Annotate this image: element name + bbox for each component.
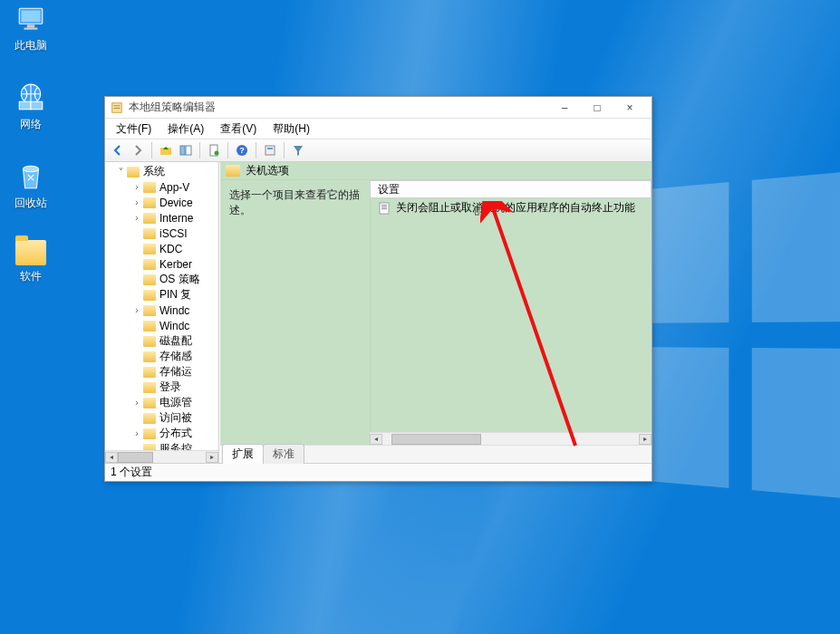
desktop-icon-network[interactable]: 网络 xyxy=(4,82,58,132)
svg-rect-18 xyxy=(266,146,275,155)
desktop-icon-label: 软件 xyxy=(20,269,42,284)
scroll-track[interactable] xyxy=(382,434,639,445)
description-column: 选择一个项目来查看它的描述。 xyxy=(220,180,370,445)
folder-icon xyxy=(143,182,156,193)
tree-node[interactable]: Kerber xyxy=(105,256,218,272)
tab-extended[interactable]: 扩展 xyxy=(222,444,264,464)
folder-icon xyxy=(143,197,156,208)
scroll-left-button[interactable]: ◂ xyxy=(105,452,118,463)
scroll-thumb[interactable] xyxy=(391,434,481,445)
filter-button[interactable] xyxy=(289,141,307,159)
scroll-track[interactable] xyxy=(118,452,206,463)
tree-node[interactable]: ›分布式 xyxy=(105,426,218,441)
tree-node[interactable]: ›Device xyxy=(105,195,218,210)
tree-node-label: Kerber xyxy=(158,258,194,271)
menu-file[interactable]: 文件(F) xyxy=(109,120,159,139)
tree-node-label: 系统 xyxy=(141,164,167,179)
tree-node[interactable]: 服务控 xyxy=(105,441,218,450)
svg-rect-22 xyxy=(381,207,387,207)
tree-node-label: Windc xyxy=(158,320,191,332)
export-button[interactable] xyxy=(205,141,223,159)
funnel-icon xyxy=(292,144,304,157)
tree-node-label: Windc xyxy=(158,304,191,317)
title-bar[interactable]: 本地组策略编辑器 – □ × xyxy=(105,97,652,119)
forward-button[interactable] xyxy=(129,141,147,159)
expand-icon[interactable]: › xyxy=(132,398,141,408)
desktop-icon-software[interactable]: 软件 xyxy=(4,240,58,284)
tree-node[interactable]: ›Interne xyxy=(105,210,218,226)
expand-icon[interactable]: › xyxy=(132,213,141,223)
setting-item[interactable]: 关闭会阻止或取消关机的应用程序的自动终止功能 xyxy=(371,198,652,217)
tab-standard[interactable]: 标准 xyxy=(263,444,304,464)
folder-icon xyxy=(143,228,156,239)
tree-node[interactable]: 访问被 xyxy=(105,410,218,426)
folder-icon xyxy=(15,240,46,265)
folder-icon xyxy=(143,382,156,393)
folder-icon xyxy=(143,259,156,270)
list-horizontal-scrollbar[interactable]: ◂ ▸ xyxy=(370,432,652,445)
show-hide-tree-button[interactable] xyxy=(177,141,195,159)
menu-view[interactable]: 查看(V) xyxy=(213,120,264,139)
collapse-icon[interactable]: ˅ xyxy=(116,167,125,177)
close-button[interactable]: × xyxy=(613,98,646,118)
tree-node-label: 登录 xyxy=(158,379,183,395)
expand-icon[interactable]: › xyxy=(132,182,141,192)
view-tabs: 扩展 标准 xyxy=(220,445,652,463)
toolbar-separator xyxy=(284,142,285,158)
scroll-thumb[interactable] xyxy=(118,452,153,463)
scroll-left-button[interactable]: ◂ xyxy=(370,434,382,445)
svg-rect-3 xyxy=(24,28,38,30)
monitor-icon xyxy=(15,4,46,34)
desktop-icon-recycle-bin[interactable]: 回收站 xyxy=(4,161,58,211)
tree-node[interactable]: 存储运 xyxy=(105,364,218,379)
recycle-bin-icon xyxy=(15,161,46,192)
toolbar-separator xyxy=(227,142,228,158)
maximize-icon: □ xyxy=(594,101,600,114)
scroll-right-button[interactable]: ▸ xyxy=(206,452,218,463)
tree-horizontal-scrollbar[interactable]: ◂ ▸ xyxy=(105,450,218,463)
minimize-button[interactable]: – xyxy=(548,98,581,118)
folder-icon xyxy=(143,244,156,255)
expand-icon[interactable]: › xyxy=(132,305,141,315)
status-bar: 1 个设置 xyxy=(105,463,652,481)
maximize-button[interactable]: □ xyxy=(581,98,613,118)
globe-icon xyxy=(15,82,46,113)
tree-scroll[interactable]: ˅ 系统 ›App-V›Device›InterneiSCSIKDCKerber… xyxy=(105,162,218,450)
menu-help[interactable]: 帮助(H) xyxy=(266,120,317,139)
help-button[interactable]: ? xyxy=(233,141,251,159)
tree-node-label: OS 策略 xyxy=(158,272,202,287)
tree-node[interactable]: OS 策略 xyxy=(105,272,218,287)
desktop-icon-this-pc[interactable]: 此电脑 xyxy=(4,4,58,53)
back-button[interactable] xyxy=(109,141,127,159)
tree-node[interactable]: PIN 复 xyxy=(105,287,218,303)
settings-column-header[interactable]: 设置 xyxy=(370,180,652,198)
tree-root-system[interactable]: ˅ 系统 xyxy=(105,164,218,179)
toolbar-separator xyxy=(151,142,152,158)
expand-icon[interactable]: › xyxy=(132,197,141,207)
tree-node[interactable]: 磁盘配 xyxy=(105,333,218,349)
up-button[interactable] xyxy=(157,141,175,159)
menu-action[interactable]: 操作(A) xyxy=(160,120,211,139)
details-body: 选择一个项目来查看它的描述。 设置 关闭会阻止或取消关机的应用程序的自动终止功能… xyxy=(220,180,652,445)
svg-rect-2 xyxy=(27,24,35,27)
tree-node[interactable]: 登录 xyxy=(105,379,218,395)
folder-icon xyxy=(143,444,156,451)
tree-node[interactable]: ›电源管 xyxy=(105,395,218,410)
expand-icon[interactable]: › xyxy=(132,428,141,438)
svg-text:?: ? xyxy=(239,146,245,155)
properties-button[interactable] xyxy=(261,141,279,159)
folder-icon xyxy=(226,165,240,177)
svg-rect-9 xyxy=(114,105,121,106)
details-header-title: 关机选项 xyxy=(246,163,289,178)
tree-node[interactable]: ›App-V xyxy=(105,179,218,195)
toolbar-separator xyxy=(256,142,256,158)
tree-node[interactable]: ›Windc xyxy=(105,303,218,318)
scroll-right-button[interactable]: ▸ xyxy=(639,434,652,445)
tree-node[interactable]: iSCSI xyxy=(105,226,218,241)
tree-node[interactable]: 存储感 xyxy=(105,349,218,364)
tree-node[interactable]: Windc xyxy=(105,318,218,333)
tree-node-label: PIN 复 xyxy=(158,287,193,303)
content-area: ˅ 系统 ›App-V›Device›InterneiSCSIKDCKerber… xyxy=(105,162,652,463)
tree-node[interactable]: KDC xyxy=(105,241,218,256)
settings-list[interactable]: 关闭会阻止或取消关机的应用程序的自动终止功能 xyxy=(370,198,652,432)
